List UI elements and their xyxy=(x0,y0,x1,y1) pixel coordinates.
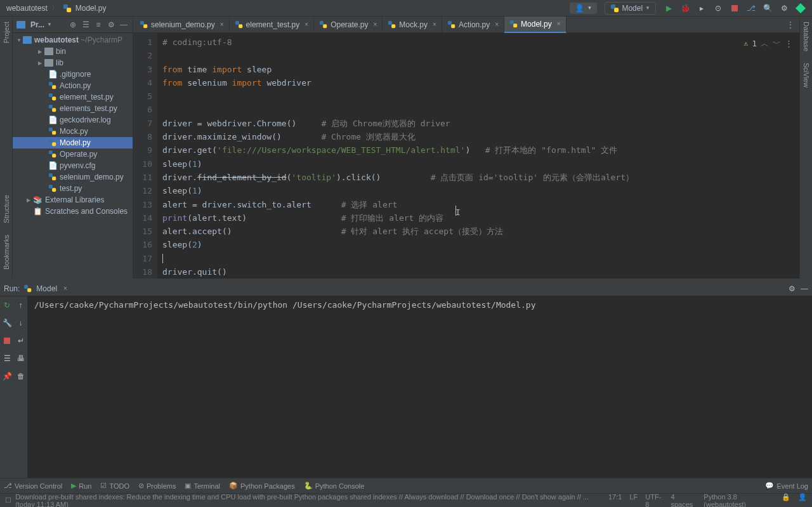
chevron-right-icon[interactable]: ▶ xyxy=(27,197,33,203)
wrench-icon[interactable]: 🔧 xyxy=(2,318,12,328)
select-opened-file-icon[interactable]: ⊕ xyxy=(68,20,78,30)
profile-icon[interactable]: ⊙ xyxy=(713,3,723,13)
todo-tool[interactable]: ☑TODO xyxy=(100,482,129,490)
print-icon[interactable]: 🖶 xyxy=(16,353,26,364)
tree-file[interactable]: Action.py xyxy=(13,80,133,91)
terminal-tool[interactable]: ▣Terminal xyxy=(185,482,220,490)
sciview-tool-tab[interactable]: SciView xyxy=(802,60,810,90)
up-icon[interactable]: ↑ xyxy=(16,300,26,310)
code-editor[interactable]: 123456789101112131415161718 ⚠1︿﹀⋮# codin… xyxy=(133,33,799,279)
interpreter[interactable]: Python 3.8 (webautotest) xyxy=(704,493,774,508)
close-icon[interactable]: × xyxy=(557,20,561,27)
close-icon[interactable]: × xyxy=(495,21,499,28)
tab-operate[interactable]: Operate.py× xyxy=(314,16,383,33)
project-tree[interactable]: ▼ webautotest ~/PycharmP ▶bin ▶lib 📄.git… xyxy=(13,33,133,218)
tree-file[interactable]: Operate.py xyxy=(13,148,133,160)
tree-scratches[interactable]: 📋Scratches and Consoles xyxy=(13,206,133,217)
project-panel-title[interactable]: Pr... ▼ xyxy=(16,20,65,29)
hide-icon[interactable]: — xyxy=(801,284,808,293)
tree-folder-bin[interactable]: ▶bin xyxy=(13,46,133,57)
chevron-up-icon[interactable]: ︿ xyxy=(761,37,769,50)
rerun-icon[interactable]: ↻ xyxy=(2,300,12,310)
gear-icon[interactable]: ⚙ xyxy=(106,20,116,30)
profile-icon[interactable]: 👤 xyxy=(798,493,807,508)
warning-icon[interactable]: ⚠ xyxy=(744,37,749,50)
trash-icon[interactable]: 🗑 xyxy=(16,371,26,381)
chevron-down-icon[interactable]: ﹀ xyxy=(773,37,781,50)
tree-file[interactable]: selenium_demo.py xyxy=(13,171,133,183)
down-icon[interactable]: ↓ xyxy=(16,318,26,328)
tab-more-icon[interactable]: ⋮ xyxy=(782,20,799,29)
problems-tool[interactable]: ⊘Problems xyxy=(138,482,176,490)
tree-file[interactable]: 📄geckodriver.log xyxy=(13,114,133,126)
tree-external-libs[interactable]: ▶📚External Libraries xyxy=(13,194,133,206)
run-config-selector[interactable]: Model ▼ xyxy=(605,2,656,15)
user-button[interactable]: 👤▼ xyxy=(570,3,597,14)
run-icon[interactable]: ▶ xyxy=(664,3,674,13)
vcs-tool[interactable]: ⎇Version Control xyxy=(4,482,62,490)
tree-file[interactable]: 📄pyvenv.cfg xyxy=(13,160,133,171)
close-icon[interactable]: × xyxy=(374,21,377,28)
tab-mock[interactable]: Mock.py× xyxy=(383,16,442,33)
soft-wrap-icon[interactable]: ↵ xyxy=(16,336,26,346)
collapse-all-icon[interactable]: ≡ xyxy=(93,20,103,30)
tab-selenium-demo[interactable]: selenium_demo.py× xyxy=(134,16,230,33)
more-icon[interactable]: ⋮ xyxy=(785,37,793,50)
tree-file[interactable]: test.py xyxy=(13,183,133,194)
run-tool[interactable]: ▶Run xyxy=(71,482,91,490)
pin-icon[interactable]: 📌 xyxy=(2,371,12,381)
search-icon[interactable]: 🔍 xyxy=(763,3,773,13)
tree-file[interactable]: elements_test.py xyxy=(13,103,133,114)
structure-tool-tab[interactable]: Structure xyxy=(3,192,10,226)
settings-icon[interactable]: ⚙ xyxy=(779,3,789,13)
line-number-gutter[interactable]: 123456789101112131415161718 xyxy=(133,33,157,279)
tree-root[interactable]: ▼ webautotest ~/PycharmP xyxy=(13,34,133,46)
bottom-tool-bar: ⎇Version Control ▶Run ☑TODO ⊘Problems ▣T… xyxy=(0,478,812,493)
database-tool-tab[interactable]: Database xyxy=(802,19,810,54)
status-message[interactable]: Download pre-built shared indexes: Reduc… xyxy=(15,493,608,508)
breadcrumb-file[interactable]: Model.py xyxy=(75,4,107,13)
expand-all-icon[interactable]: ☰ xyxy=(81,20,91,30)
project-tool-tab[interactable]: Project xyxy=(3,19,10,46)
tree-file[interactable]: element_test.py xyxy=(13,91,133,103)
close-icon[interactable]: × xyxy=(63,285,67,292)
indent[interactable]: 4 spaces xyxy=(671,493,696,508)
tree-file[interactable]: 📄.gitignore xyxy=(13,69,133,80)
line-ending[interactable]: LF xyxy=(629,493,638,508)
tree-file-selected[interactable]: Model.py xyxy=(13,137,133,148)
close-icon[interactable]: × xyxy=(220,21,224,28)
stop-icon[interactable] xyxy=(730,3,740,13)
tab-element-test[interactable]: element_test.py× xyxy=(230,16,315,33)
inspection-widget[interactable]: ⚠1︿﹀⋮ xyxy=(744,37,793,50)
close-icon[interactable]: × xyxy=(304,21,308,28)
debug-icon[interactable]: 🐞 xyxy=(680,3,690,13)
git-icon[interactable]: ⎇ xyxy=(746,3,756,13)
breadcrumb[interactable]: webautotest 〉 Model.py xyxy=(6,3,106,13)
run-output[interactable]: /Users/caoke/PycharmProjects/webautotest… xyxy=(28,296,812,478)
chevron-down-icon[interactable]: ▼ xyxy=(16,37,23,43)
hide-icon[interactable]: — xyxy=(119,20,129,30)
run-config-name[interactable]: Model xyxy=(36,284,57,293)
lock-icon[interactable]: 🔒 xyxy=(782,493,790,508)
tree-folder-lib[interactable]: ▶lib xyxy=(13,57,133,69)
tab-action[interactable]: Action.py× xyxy=(442,16,504,33)
stop-icon[interactable] xyxy=(2,336,12,346)
cursor-position[interactable]: 17:1 xyxy=(608,493,622,508)
run-panel: Run: Model × ⚙ — ↻ 🔧 ☰ 📌 ↑ ↓ ↵ 🖶 🗑 /User… xyxy=(0,281,812,478)
chevron-right-icon[interactable]: ▶ xyxy=(38,49,44,55)
breadcrumb-project[interactable]: webautotest xyxy=(6,4,48,13)
event-log-tool[interactable]: 💬Event Log xyxy=(765,482,808,490)
bookmarks-tool-tab[interactable]: Bookmarks xyxy=(3,232,10,272)
layout-icon[interactable]: ☰ xyxy=(2,353,12,364)
tree-file[interactable]: Mock.py xyxy=(13,126,133,137)
code-content[interactable]: ⚠1︿﹀⋮# coding:utf-8 from time import sle… xyxy=(157,33,799,279)
encoding[interactable]: UTF-8 xyxy=(645,493,663,508)
python-packages-tool[interactable]: 📦Python Packages xyxy=(229,482,295,490)
gear-icon[interactable]: ⚙ xyxy=(789,284,796,293)
python-console-tool[interactable]: 🐍Python Console xyxy=(304,482,365,490)
coverage-icon[interactable]: ▸ xyxy=(697,3,707,13)
tab-model[interactable]: Model.py× xyxy=(504,16,566,33)
tool-windows-icon[interactable]: ☐ xyxy=(5,496,11,504)
chevron-right-icon[interactable]: ▶ xyxy=(38,60,44,66)
close-icon[interactable]: × xyxy=(433,21,436,28)
